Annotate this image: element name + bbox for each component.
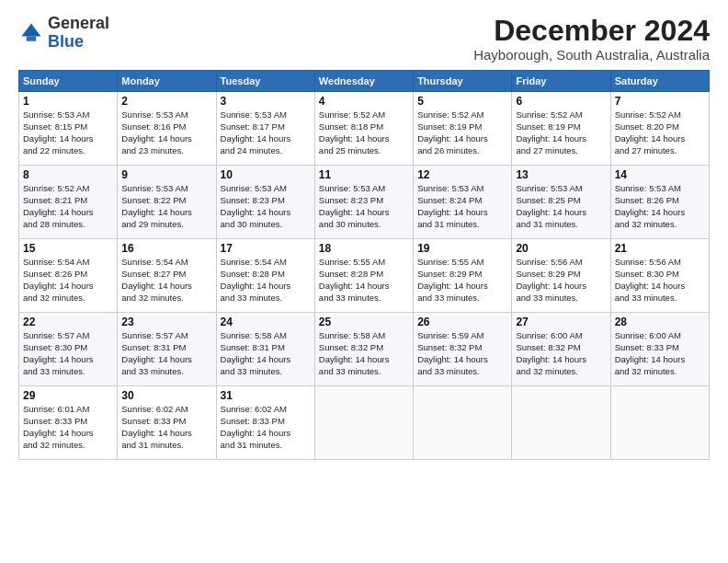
table-row: 29Sunrise: 6:01 AM Sunset: 8:33 PM Dayli… bbox=[19, 386, 118, 460]
day-number: 14 bbox=[615, 168, 705, 181]
day-info: Sunrise: 6:00 AM Sunset: 8:33 PM Dayligh… bbox=[615, 330, 705, 377]
day-number: 31 bbox=[221, 389, 311, 402]
day-info: Sunrise: 5:53 AM Sunset: 8:26 PM Dayligh… bbox=[615, 183, 705, 230]
table-row: 8Sunrise: 5:52 AM Sunset: 8:21 PM Daylig… bbox=[19, 166, 118, 239]
day-number: 2 bbox=[121, 95, 211, 108]
day-number: 7 bbox=[615, 95, 705, 108]
table-row: 24Sunrise: 5:58 AM Sunset: 8:31 PM Dayli… bbox=[216, 313, 314, 386]
day-info: Sunrise: 5:56 AM Sunset: 8:29 PM Dayligh… bbox=[516, 257, 606, 304]
day-info: Sunrise: 5:57 AM Sunset: 8:30 PM Dayligh… bbox=[23, 330, 113, 377]
logo-icon bbox=[18, 20, 44, 46]
table-row: 4Sunrise: 5:52 AM Sunset: 8:18 PM Daylig… bbox=[314, 92, 413, 166]
calendar-page: General Blue December 2024 Hayborough, S… bbox=[0, 0, 728, 563]
day-info: Sunrise: 6:02 AM Sunset: 8:33 PM Dayligh… bbox=[221, 404, 311, 451]
table-row: 31Sunrise: 6:02 AM Sunset: 8:33 PM Dayli… bbox=[216, 386, 314, 460]
day-number: 9 bbox=[121, 168, 211, 181]
table-row: 12Sunrise: 5:53 AM Sunset: 8:24 PM Dayli… bbox=[414, 166, 512, 239]
day-info: Sunrise: 5:53 AM Sunset: 8:17 PM Dayligh… bbox=[221, 109, 311, 156]
day-number: 17 bbox=[221, 242, 311, 255]
table-row: 15Sunrise: 5:54 AM Sunset: 8:26 PM Dayli… bbox=[19, 239, 118, 313]
day-number: 8 bbox=[23, 168, 113, 181]
day-info: Sunrise: 6:00 AM Sunset: 8:32 PM Dayligh… bbox=[516, 330, 606, 377]
header: General Blue December 2024 Hayborough, S… bbox=[18, 15, 710, 63]
col-thursday: Thursday bbox=[414, 71, 512, 92]
table-row: 2Sunrise: 5:53 AM Sunset: 8:16 PM Daylig… bbox=[118, 92, 216, 166]
table-row: 11Sunrise: 5:53 AM Sunset: 8:23 PM Dayli… bbox=[314, 166, 413, 239]
calendar-week-row: 29Sunrise: 6:01 AM Sunset: 8:33 PM Dayli… bbox=[19, 386, 710, 460]
day-info: Sunrise: 5:53 AM Sunset: 8:23 PM Dayligh… bbox=[319, 183, 409, 230]
day-info: Sunrise: 5:55 AM Sunset: 8:29 PM Dayligh… bbox=[417, 257, 507, 304]
month-year-title: December 2024 bbox=[473, 15, 710, 47]
table-row: 13Sunrise: 5:53 AM Sunset: 8:25 PM Dayli… bbox=[512, 166, 610, 239]
day-number: 11 bbox=[319, 168, 409, 181]
day-info: Sunrise: 5:54 AM Sunset: 8:28 PM Dayligh… bbox=[221, 257, 311, 304]
table-row: 10Sunrise: 5:53 AM Sunset: 8:23 PM Dayli… bbox=[216, 166, 314, 239]
day-number: 6 bbox=[516, 95, 606, 108]
svg-rect-1 bbox=[27, 36, 37, 40]
day-info: Sunrise: 5:55 AM Sunset: 8:28 PM Dayligh… bbox=[319, 257, 409, 304]
day-info: Sunrise: 6:01 AM Sunset: 8:33 PM Dayligh… bbox=[23, 404, 113, 451]
day-number: 18 bbox=[319, 242, 409, 255]
day-info: Sunrise: 5:57 AM Sunset: 8:31 PM Dayligh… bbox=[121, 330, 211, 377]
day-number: 30 bbox=[121, 389, 211, 402]
logo-general-text: General bbox=[48, 14, 109, 32]
calendar-header-row: Sunday Monday Tuesday Wednesday Thursday… bbox=[19, 71, 710, 92]
day-number: 1 bbox=[23, 95, 113, 108]
day-info: Sunrise: 5:53 AM Sunset: 8:15 PM Dayligh… bbox=[23, 109, 113, 156]
day-number: 21 bbox=[615, 242, 705, 255]
table-row: 18Sunrise: 5:55 AM Sunset: 8:28 PM Dayli… bbox=[314, 239, 413, 313]
day-number: 10 bbox=[221, 168, 311, 181]
calendar-table: Sunday Monday Tuesday Wednesday Thursday… bbox=[18, 70, 710, 460]
col-tuesday: Tuesday bbox=[216, 71, 314, 92]
table-row: 28Sunrise: 6:00 AM Sunset: 8:33 PM Dayli… bbox=[610, 313, 709, 386]
day-info: Sunrise: 5:54 AM Sunset: 8:27 PM Dayligh… bbox=[121, 257, 211, 304]
table-row: 5Sunrise: 5:52 AM Sunset: 8:19 PM Daylig… bbox=[414, 92, 512, 166]
day-info: Sunrise: 5:58 AM Sunset: 8:32 PM Dayligh… bbox=[319, 330, 409, 377]
calendar-week-row: 1Sunrise: 5:53 AM Sunset: 8:15 PM Daylig… bbox=[19, 92, 710, 166]
day-info: Sunrise: 5:59 AM Sunset: 8:32 PM Dayligh… bbox=[417, 330, 507, 377]
table-row: 16Sunrise: 5:54 AM Sunset: 8:27 PM Dayli… bbox=[118, 239, 216, 313]
day-info: Sunrise: 5:52 AM Sunset: 8:20 PM Dayligh… bbox=[615, 109, 705, 156]
day-number: 22 bbox=[23, 316, 113, 328]
logo-blue-text: Blue bbox=[48, 32, 84, 51]
day-info: Sunrise: 5:53 AM Sunset: 8:23 PM Dayligh… bbox=[221, 183, 311, 230]
day-info: Sunrise: 5:52 AM Sunset: 8:19 PM Dayligh… bbox=[417, 109, 507, 156]
day-number: 5 bbox=[417, 95, 507, 108]
day-number: 23 bbox=[121, 316, 211, 328]
table-row: 25Sunrise: 5:58 AM Sunset: 8:32 PM Dayli… bbox=[314, 313, 413, 386]
day-number: 24 bbox=[221, 316, 311, 328]
table-row: 19Sunrise: 5:55 AM Sunset: 8:29 PM Dayli… bbox=[414, 239, 512, 313]
logo: General Blue bbox=[18, 15, 109, 52]
table-row: 1Sunrise: 5:53 AM Sunset: 8:15 PM Daylig… bbox=[19, 92, 118, 166]
day-number: 15 bbox=[23, 242, 113, 255]
table-row: 3Sunrise: 5:53 AM Sunset: 8:17 PM Daylig… bbox=[216, 92, 314, 166]
title-block: December 2024 Hayborough, South Australi… bbox=[473, 15, 710, 63]
svg-marker-0 bbox=[22, 23, 41, 36]
day-info: Sunrise: 5:52 AM Sunset: 8:18 PM Dayligh… bbox=[319, 109, 409, 156]
table-row: 27Sunrise: 6:00 AM Sunset: 8:32 PM Dayli… bbox=[512, 313, 610, 386]
day-info: Sunrise: 5:53 AM Sunset: 8:22 PM Dayligh… bbox=[121, 183, 211, 230]
day-number: 13 bbox=[516, 168, 606, 181]
table-row: 23Sunrise: 5:57 AM Sunset: 8:31 PM Dayli… bbox=[118, 313, 216, 386]
day-number: 25 bbox=[319, 316, 409, 328]
calendar-week-row: 15Sunrise: 5:54 AM Sunset: 8:26 PM Dayli… bbox=[19, 239, 710, 313]
day-number: 26 bbox=[417, 316, 507, 328]
day-number: 29 bbox=[23, 389, 113, 402]
day-number: 16 bbox=[121, 242, 211, 255]
col-friday: Friday bbox=[512, 71, 610, 92]
day-info: Sunrise: 5:52 AM Sunset: 8:21 PM Dayligh… bbox=[23, 183, 113, 230]
day-info: Sunrise: 5:56 AM Sunset: 8:30 PM Dayligh… bbox=[615, 257, 705, 304]
table-row bbox=[610, 386, 709, 460]
table-row: 21Sunrise: 5:56 AM Sunset: 8:30 PM Dayli… bbox=[610, 239, 709, 313]
day-number: 27 bbox=[516, 316, 606, 328]
day-info: Sunrise: 5:53 AM Sunset: 8:25 PM Dayligh… bbox=[516, 183, 606, 230]
table-row: 26Sunrise: 5:59 AM Sunset: 8:32 PM Dayli… bbox=[414, 313, 512, 386]
location-subtitle: Hayborough, South Australia, Australia bbox=[473, 47, 710, 63]
table-row: 17Sunrise: 5:54 AM Sunset: 8:28 PM Dayli… bbox=[216, 239, 314, 313]
day-info: Sunrise: 5:54 AM Sunset: 8:26 PM Dayligh… bbox=[23, 257, 113, 304]
calendar-week-row: 22Sunrise: 5:57 AM Sunset: 8:30 PM Dayli… bbox=[19, 313, 710, 386]
day-info: Sunrise: 5:52 AM Sunset: 8:19 PM Dayligh… bbox=[516, 109, 606, 156]
day-number: 28 bbox=[615, 316, 705, 328]
day-number: 19 bbox=[417, 242, 507, 255]
day-info: Sunrise: 6:02 AM Sunset: 8:33 PM Dayligh… bbox=[121, 404, 211, 451]
